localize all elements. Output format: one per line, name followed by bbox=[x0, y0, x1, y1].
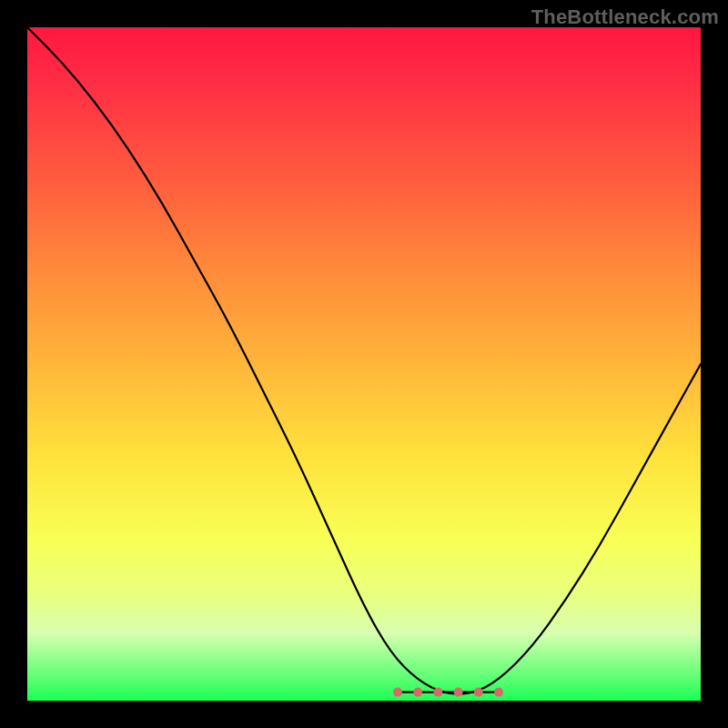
trough-dot bbox=[474, 688, 483, 697]
trough-dot bbox=[413, 688, 422, 697]
bottleneck-curve-svg bbox=[27, 27, 701, 701]
trough-dot bbox=[494, 688, 503, 697]
plot-area bbox=[27, 27, 701, 701]
chart-frame: TheBottleneck.com bbox=[0, 0, 728, 728]
trough-dot bbox=[454, 688, 463, 697]
watermark-text: TheBottleneck.com bbox=[531, 5, 719, 29]
bottleneck-curve bbox=[27, 27, 701, 694]
trough-dot bbox=[433, 688, 442, 697]
trough-dot bbox=[393, 688, 402, 697]
